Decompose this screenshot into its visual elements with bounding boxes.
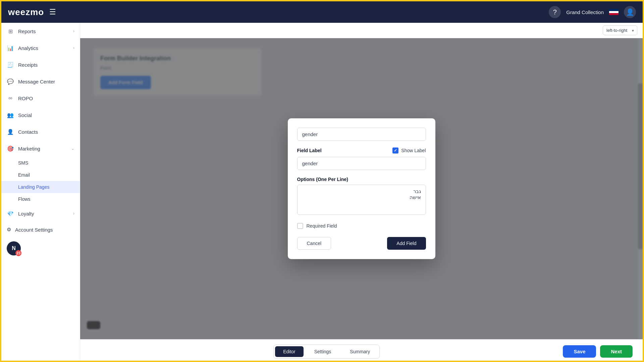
options-textarea[interactable]: גבר אישה: [297, 185, 426, 215]
field-label-row: Field Label Show Label: [297, 147, 426, 154]
chevron-right-icon: ›: [73, 29, 74, 34]
bottom-actions: Save Next: [563, 345, 633, 358]
sidebar-subitem-flows[interactable]: Flows: [1, 193, 80, 205]
sidebar-item-label: Social: [18, 112, 32, 118]
sidebar-item-label: Loyalty: [18, 211, 34, 217]
hamburger-icon[interactable]: ☰: [49, 8, 56, 16]
marketing-icon: 🎯: [7, 145, 14, 152]
sidebar-item-message-center[interactable]: 💬 Message Center: [1, 73, 80, 90]
contacts-icon: 👤: [7, 128, 14, 135]
sidebar-subitem-landing-pages[interactable]: Landing Pages: [1, 181, 80, 193]
required-field-row: Required Field: [297, 223, 426, 229]
header-logo: weezmo ☰: [8, 7, 549, 17]
direction-wrapper: left-to-right right-to-left: [603, 25, 637, 35]
cancel-button[interactable]: Cancel: [297, 237, 331, 250]
tab-summary[interactable]: Summary: [342, 346, 378, 357]
sidebar: ⊞ Reports › 📊 Analytics › 🧾 Receipts 💬 M…: [1, 23, 80, 362]
sidebar-item-label: Contacts: [18, 129, 38, 135]
show-label-text: Show Label: [401, 148, 426, 153]
message-center-icon: 💬: [7, 78, 14, 85]
logo-text: weezmo: [8, 7, 44, 17]
sidebar-item-label: ROPO: [18, 96, 33, 101]
tab-group: Editor Settings Summary: [273, 345, 380, 359]
sidebar-subitem-sms[interactable]: SMS: [1, 157, 80, 169]
user-profile-section: N 23: [1, 237, 80, 259]
field-label-input[interactable]: [297, 157, 426, 170]
save-button[interactable]: Save: [563, 345, 596, 358]
chevron-right-icon: ›: [73, 46, 74, 50]
avatar-initial: N: [12, 245, 16, 251]
ropo-icon: ∞: [7, 95, 14, 102]
settings-icon: ⚙: [7, 227, 11, 233]
tab-editor[interactable]: Editor: [275, 346, 304, 357]
modal-dialog: Field Label Show Label Options (One Per …: [288, 118, 435, 259]
editor-area: Form Builder Integration Form Add Form F…: [80, 38, 643, 339]
sidebar-item-label: Account Settings: [15, 227, 53, 233]
user-avatar: N 23: [7, 241, 21, 255]
sidebar-item-label: Analytics: [18, 45, 38, 51]
receipts-icon: 🧾: [7, 61, 14, 68]
show-label-wrapper: Show Label: [392, 147, 426, 154]
modal-actions: Cancel Add Field: [297, 237, 426, 250]
field-label-heading: Field Label: [297, 148, 322, 153]
sidebar-item-label: Marketing: [18, 146, 40, 152]
next-button[interactable]: Next: [600, 345, 633, 358]
main-content: left-to-right right-to-left Form Builder…: [80, 23, 643, 362]
modal-overlay: Field Label Show Label Options (One Per …: [80, 38, 643, 339]
direction-select[interactable]: left-to-right right-to-left: [603, 25, 637, 35]
sidebar-item-reports[interactable]: ⊞ Reports ›: [1, 23, 80, 40]
sidebar-item-loyalty[interactable]: 💎 Loyalty ›: [1, 205, 80, 222]
marketing-submenu: SMS Email Landing Pages Flows: [1, 157, 80, 205]
sidebar-item-label: Receipts: [18, 62, 38, 68]
reports-icon: ⊞: [7, 27, 14, 35]
sidebar-item-receipts[interactable]: 🧾 Receipts: [1, 56, 80, 73]
sidebar-item-contacts[interactable]: 👤 Contacts: [1, 123, 80, 140]
sidebar-item-label: Message Center: [18, 79, 55, 84]
analytics-icon: 📊: [7, 44, 14, 52]
sidebar-item-ropo[interactable]: ∞ ROPO: [1, 90, 80, 107]
flag-icon: [609, 9, 619, 15]
collection-name: Grand Collection: [566, 9, 604, 15]
layout: ⊞ Reports › 📊 Analytics › 🧾 Receipts 💬 M…: [1, 23, 643, 362]
sidebar-item-marketing[interactable]: 🎯 Marketing ⌄: [1, 140, 80, 157]
field-name-input[interactable]: [297, 128, 426, 141]
sidebar-item-account-settings[interactable]: ⚙ Account Settings: [1, 222, 80, 237]
tab-settings[interactable]: Settings: [306, 346, 339, 357]
notification-badge: 23: [15, 250, 21, 256]
sidebar-item-analytics[interactable]: 📊 Analytics ›: [1, 40, 80, 56]
show-label-checkbox[interactable]: [392, 147, 398, 154]
chevron-down-icon: ⌄: [71, 146, 74, 151]
loyalty-icon: 💎: [7, 210, 14, 217]
add-field-button[interactable]: Add Field: [387, 237, 426, 250]
header-right: ? Grand Collection 👤: [549, 6, 636, 18]
header: weezmo ☰ ? Grand Collection 👤: [1, 1, 643, 23]
bottom-bar: Editor Settings Summary Save Next: [80, 339, 643, 362]
chevron-right-icon: ›: [73, 211, 74, 216]
sidebar-item-social[interactable]: 👥 Social: [1, 107, 80, 123]
options-heading: Options (One Per Line): [297, 177, 426, 182]
direction-bar: left-to-right right-to-left: [80, 23, 643, 38]
required-field-label: Required Field: [307, 223, 337, 229]
user-avatar-icon[interactable]: 👤: [624, 6, 636, 18]
sidebar-subitem-email[interactable]: Email: [1, 169, 80, 181]
sidebar-item-label: Reports: [18, 28, 36, 34]
help-icon[interactable]: ?: [549, 6, 561, 18]
required-field-checkbox[interactable]: [297, 223, 303, 229]
social-icon: 👥: [7, 111, 14, 119]
